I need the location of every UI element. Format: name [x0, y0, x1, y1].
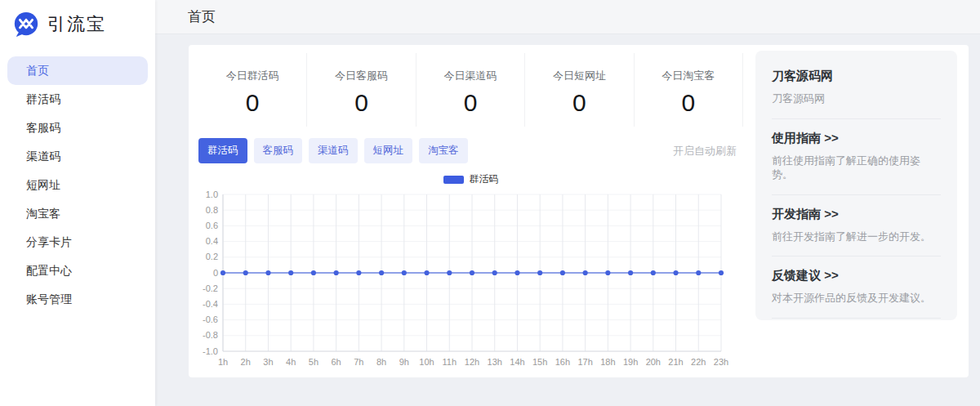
sidebar-item-config-center[interactable]: 配置中心 — [7, 257, 148, 285]
sidebar-item-home[interactable]: 首页 — [7, 56, 148, 85]
svg-text:-0.2: -0.2 — [203, 283, 218, 293]
line-chart: 1.00.80.60.40.20-0.2-0.4-0.6-0.8-1.01h2h… — [198, 188, 743, 381]
panel-title-dev-guide-link[interactable]: 开发指南 >> — [772, 207, 941, 222]
sidebar-item-service-code[interactable]: 客服码 — [7, 114, 148, 142]
data-point — [514, 270, 519, 275]
stat-label: 今日渠道码 — [416, 69, 524, 83]
svg-text:23h: 23h — [714, 357, 728, 367]
app-title: 引流宝 — [47, 12, 106, 37]
panel-desc: 前往使用指南了解正确的使用姿势。 — [772, 154, 941, 182]
data-point — [470, 270, 474, 275]
svg-text:10h: 10h — [419, 357, 434, 367]
sidebar-item-account-manage[interactable]: 账号管理 — [7, 285, 148, 314]
data-point — [583, 270, 588, 275]
data-point — [402, 270, 407, 275]
svg-text:1.0: 1.0 — [206, 190, 218, 199]
stat-value: 0 — [198, 89, 306, 117]
page-header: 首页 — [155, 0, 980, 34]
legend-item[interactable]: 群活码 — [443, 172, 499, 186]
svg-text:5h: 5h — [309, 357, 318, 367]
info-panel: 刀客源码网刀客源码网使用指南 >>前往使用指南了解正确的使用姿势。开发指南 >>… — [755, 51, 957, 320]
sidebar-item-channel-code[interactable]: 渠道码 — [7, 142, 148, 171]
panel-section-usage-guide: 使用指南 >>前往使用指南了解正确的使用姿势。 — [772, 119, 941, 195]
sidebar: 引流宝 首页群活码客服码渠道码短网址淘宝客分享卡片配置中心账号管理 — [0, 0, 155, 406]
svg-text:-0.4: -0.4 — [203, 299, 218, 309]
auto-refresh-toggle[interactable]: 开启自动刷新 — [673, 144, 737, 158]
app-root: 引流宝 首页群活码客服码渠道码短网址淘宝客分享卡片配置中心账号管理 首页 今日群… — [0, 0, 980, 406]
svg-text:12h: 12h — [465, 357, 479, 367]
svg-text:18h: 18h — [600, 357, 615, 367]
sidebar-item-share-card[interactable]: 分享卡片 — [7, 228, 148, 257]
chart-svg: 1.00.80.60.40.20-0.2-0.4-0.6-0.8-1.01h2h… — [198, 188, 742, 378]
stat-value: 0 — [635, 89, 742, 117]
svg-text:0.8: 0.8 — [206, 205, 218, 215]
tab-group-code[interactable]: 群活码 — [198, 138, 247, 163]
data-point — [560, 270, 565, 275]
data-point — [220, 270, 225, 275]
stat-label: 今日短网址 — [525, 69, 633, 83]
svg-text:0.2: 0.2 — [206, 252, 218, 261]
data-point — [673, 270, 678, 275]
panel-title-usage-guide-link[interactable]: 使用指南 >> — [772, 131, 941, 146]
data-point — [651, 270, 656, 275]
stat-service-code: 今日客服码0 — [307, 53, 416, 127]
data-point — [537, 270, 542, 275]
svg-text:9h: 9h — [399, 357, 409, 367]
svg-text:4h: 4h — [286, 357, 296, 367]
sidebar-item-short-url[interactable]: 短网址 — [7, 171, 148, 199]
legend-label: 群活码 — [470, 172, 499, 186]
stats-row: 今日群活码0今日客服码0今日渠道码0今日短网址0今日淘宝客0 — [198, 53, 743, 127]
stat-channel-code: 今日渠道码0 — [416, 53, 525, 127]
data-point — [719, 270, 724, 275]
chart-tabs-row: 群活码客服码渠道码短网址淘宝客 开启自动刷新 — [198, 138, 743, 163]
svg-text:-0.8: -0.8 — [203, 330, 218, 340]
svg-text:0.6: 0.6 — [206, 221, 218, 230]
svg-text:20h: 20h — [646, 357, 661, 367]
svg-text:17h: 17h — [577, 357, 592, 367]
chart-column: 今日群活码0今日客服码0今日渠道码0今日短网址0今日淘宝客0 群活码客服码渠道码… — [198, 53, 743, 377]
sidebar-menu: 首页群活码客服码渠道码短网址淘宝客分享卡片配置中心账号管理 — [0, 47, 155, 314]
tab-channel-code[interactable]: 渠道码 — [309, 138, 358, 163]
svg-text:0: 0 — [213, 268, 218, 278]
chart-tabs: 群活码客服码渠道码短网址淘宝客 — [198, 138, 474, 163]
content-area: 今日群活码0今日客服码0今日渠道码0今日短网址0今日淘宝客0 群活码客服码渠道码… — [155, 34, 980, 406]
stat-group-code: 今日群活码0 — [198, 53, 307, 127]
tab-service-code[interactable]: 客服码 — [254, 138, 303, 163]
data-point — [492, 270, 497, 275]
panel-desc: 对本开源作品的反馈及开发建议。 — [772, 291, 941, 306]
tab-short-url[interactable]: 短网址 — [364, 138, 413, 163]
stat-value: 0 — [307, 89, 415, 117]
sidebar-item-taobao-ke[interactable]: 淘宝客 — [7, 199, 148, 228]
data-point — [628, 270, 633, 275]
chart-legend: 群活码 — [198, 172, 743, 186]
panel-title-feedback-link[interactable]: 反馈建议 >> — [772, 268, 941, 283]
data-point — [424, 270, 429, 275]
svg-text:3h: 3h — [263, 357, 273, 367]
stat-label: 今日群活码 — [198, 69, 306, 83]
svg-text:22h: 22h — [691, 357, 706, 367]
app-logo: 引流宝 — [0, 0, 155, 47]
stat-value: 0 — [416, 89, 524, 117]
data-point — [334, 270, 339, 275]
data-point — [288, 270, 293, 275]
data-point — [243, 270, 248, 275]
svg-text:1h: 1h — [218, 357, 228, 367]
svg-text:7h: 7h — [354, 357, 363, 367]
main-area: 首页 今日群活码0今日客服码0今日渠道码0今日短网址0今日淘宝客0 群活码客服码… — [155, 0, 980, 406]
legend-swatch — [443, 176, 464, 184]
data-point — [605, 270, 610, 275]
panel-title-site-info: 刀客源码网 — [772, 69, 941, 84]
app-logo-icon — [12, 11, 40, 38]
svg-text:19h: 19h — [623, 357, 638, 367]
page-title: 首页 — [188, 7, 216, 26]
dashboard-card: 今日群活码0今日客服码0今日渠道码0今日短网址0今日淘宝客0 群活码客服码渠道码… — [189, 45, 969, 377]
panel-section-site-info: 刀客源码网刀客源码网 — [772, 57, 941, 119]
sidebar-item-group-code[interactable]: 群活码 — [7, 85, 148, 114]
svg-text:16h: 16h — [555, 357, 570, 367]
svg-text:21h: 21h — [668, 357, 683, 367]
svg-text:13h: 13h — [488, 357, 502, 367]
svg-text:-1.0: -1.0 — [203, 346, 218, 356]
stat-short-url: 今日短网址0 — [525, 53, 634, 127]
tab-taobao-ke[interactable]: 淘宝客 — [419, 138, 468, 163]
data-point — [447, 270, 452, 275]
